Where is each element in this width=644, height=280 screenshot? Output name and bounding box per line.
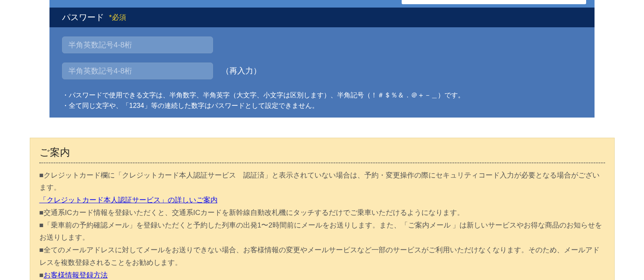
password-row [62, 37, 582, 53]
bullet: ■ [39, 271, 44, 279]
customer-info-reg-link[interactable]: お客様情報登録方法 [44, 271, 108, 279]
credit-card-auth-link[interactable]: 「クレジットカード本人認証サービス」の詳しいご案内 [39, 196, 218, 204]
reentry-label: （再入力） [221, 65, 261, 76]
info-body: ■クレジットカード欄に「クレジットカード本人認証サービス 認証済」と表示されてい… [39, 169, 605, 280]
previous-section-strip [49, 0, 595, 8]
section-header: パスワード *必須 [49, 8, 595, 27]
info-text: ■お客様情報登録方法 [39, 269, 605, 280]
info-text: ■交通系ICカード情報を登録いただくと、交通系ICカードを新幹線自動改札機にタッ… [39, 207, 605, 219]
previous-input-remnant [402, 0, 586, 4]
required-indicator: *必須 [109, 13, 126, 22]
info-panel: ご案内 ■クレジットカード欄に「クレジットカード本人認証サービス 認証済」と表示… [30, 138, 615, 280]
password-confirm-row: （再入力） [62, 63, 582, 79]
section-title: パスワード [62, 12, 104, 23]
info-text: ■「乗車前の予約確認メール」を登録いただくと予約した列車の出発1〜2時間前にメー… [39, 219, 605, 244]
password-confirm-input[interactable] [62, 63, 213, 79]
password-form-area: パスワード *必須 （再入力） ・パスワードで使用できる文字は、半角数字、半角英… [49, 0, 595, 118]
info-text: ■クレジットカード欄に「クレジットカード本人認証サービス 認証済」と表示されてい… [39, 169, 605, 194]
info-title: ご案内 [39, 146, 605, 163]
info-text: ■全てのメールアドレスに対してメールをお送りできない場合、お客様情報の変更やメー… [39, 244, 605, 269]
password-input[interactable] [62, 37, 213, 53]
input-block: （再入力） [49, 27, 595, 89]
password-hints: ・パスワードで使用できる文字は、半角数字、半角英字（大文字、小文字は区別します）… [49, 89, 595, 111]
hint-line: ・全て同じ文字や、「1234」等の連続した数字はパスワードとして設定できません。 [62, 101, 582, 111]
hint-line: ・パスワードで使用できる文字は、半角数字、半角英字（大文字、小文字は区別します）… [62, 90, 582, 101]
